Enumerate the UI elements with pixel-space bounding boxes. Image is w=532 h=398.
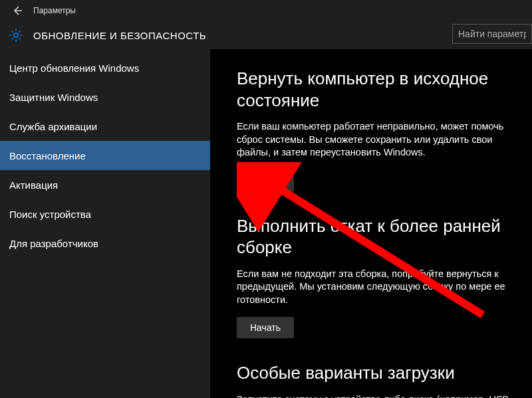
- sidebar-item-label: Поиск устройства: [9, 209, 91, 220]
- section-heading: Выполнить откат к более ранней сборке: [237, 215, 519, 258]
- reset-start-button[interactable]: Начать: [237, 170, 294, 191]
- sidebar-item-windows-update[interactable]: Центр обновления Windows: [0, 53, 210, 82]
- section-advanced-startup: Особые варианты загрузки Запустите систе…: [237, 362, 519, 398]
- sidebar-item-activation[interactable]: Активация: [0, 170, 210, 199]
- section-header: ОБНОВЛЕНИЕ И БЕЗОПАСНОСТЬ: [0, 21, 532, 49]
- sidebar-item-find-device[interactable]: Поиск устройства: [0, 199, 210, 229]
- sidebar-item-label: Центр обновления Windows: [9, 62, 139, 74]
- sidebar-item-label: Для разработчиков: [9, 238, 98, 249]
- sidebar-item-recovery[interactable]: Восстановление: [0, 141, 210, 170]
- sidebar-item-label: Восстановление: [9, 150, 86, 161]
- section-body: Запустите систему с устройства либо диск…: [237, 393, 519, 398]
- section-body: Если ваш компьютер работает неправильно,…: [237, 120, 519, 159]
- search-input[interactable]: [452, 24, 532, 44]
- sidebar: Центр обновления Windows Защитник Window…: [0, 49, 210, 398]
- gear-icon: [8, 27, 24, 43]
- sidebar-item-label: Защитник Windows: [9, 92, 98, 103]
- sidebar-item-label: Активация: [9, 179, 58, 191]
- sidebar-item-defender[interactable]: Защитник Windows: [0, 82, 210, 112]
- main-content: Вернуть компьютер в исходное состояние Е…: [210, 49, 532, 398]
- section-rollback: Выполнить откат к более ранней сборке Ес…: [237, 215, 519, 339]
- sidebar-item-backup[interactable]: Служба архивации: [0, 112, 210, 141]
- back-button[interactable]: [5, 0, 29, 21]
- sidebar-item-label: Служба архивации: [9, 121, 97, 132]
- svg-point-0: [14, 33, 18, 37]
- titlebar-title: Параметры: [33, 6, 76, 15]
- rollback-start-button[interactable]: Начать: [237, 317, 294, 338]
- section-heading: Вернуть компьютер в исходное состояние: [237, 68, 519, 111]
- section-title: ОБНОВЛЕНИЕ И БЕЗОПАСНОСТЬ: [33, 30, 206, 41]
- section-reset-pc: Вернуть компьютер в исходное состояние Е…: [237, 68, 519, 191]
- section-body: Если вам не подходит эта сборка, попробу…: [237, 268, 519, 307]
- titlebar: Параметры: [0, 0, 532, 21]
- arrow-left-icon: [12, 5, 23, 16]
- sidebar-item-developers[interactable]: Для разработчиков: [0, 229, 210, 258]
- section-heading: Особые варианты загрузки: [237, 362, 519, 384]
